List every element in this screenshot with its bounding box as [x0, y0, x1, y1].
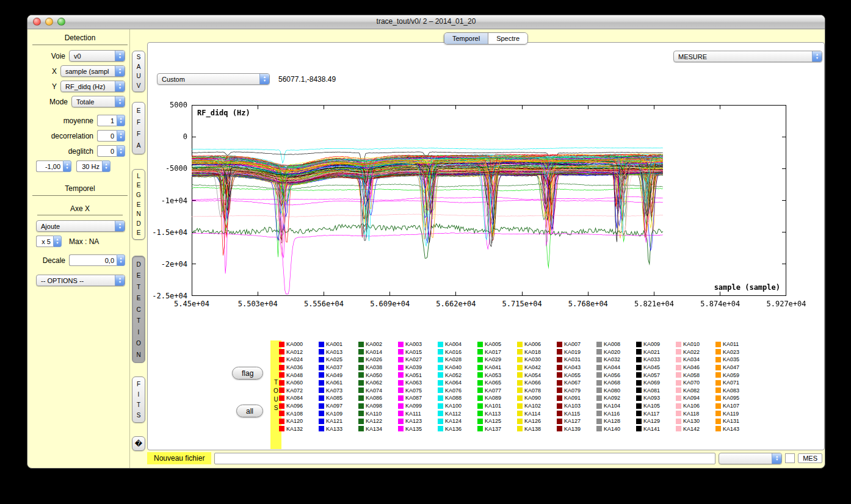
all-button[interactable]: all [236, 405, 263, 417]
legend-item[interactable]: KA057 [636, 371, 676, 379]
legend-item[interactable]: KA036 [279, 364, 319, 372]
legend-item[interactable]: KA139 [557, 425, 596, 433]
legend-item[interactable]: KA060 [279, 379, 319, 387]
legend-item[interactable]: KA040 [438, 364, 477, 372]
legend-item[interactable]: KA077 [477, 387, 517, 395]
legend-item[interactable]: KA121 [319, 417, 358, 425]
legend-item[interactable]: KA101 [477, 402, 517, 410]
legend-item[interactable]: KA053 [477, 371, 517, 379]
legend-item[interactable]: KA023 [715, 348, 755, 356]
zoom-button[interactable] [57, 18, 65, 26]
legend-item[interactable]: KA067 [557, 379, 596, 387]
x5-stepper[interactable]: ▲▼ [53, 236, 62, 247]
legend-item[interactable]: KA050 [358, 371, 398, 379]
help-button[interactable]: � [132, 436, 145, 451]
legend-item[interactable]: KA132 [279, 425, 319, 433]
legend-item[interactable]: KA006 [517, 340, 557, 348]
legend-item[interactable]: KA020 [596, 348, 636, 356]
legend-item[interactable]: KA094 [676, 394, 715, 402]
side-tab-fits[interactable]: FITS [132, 376, 145, 423]
legend-item[interactable]: KA021 [636, 348, 676, 356]
legend-item[interactable]: KA017 [477, 348, 517, 356]
legend-item[interactable]: KA104 [596, 402, 636, 410]
legend-item[interactable]: KA129 [636, 417, 676, 425]
legend-item[interactable]: KA012 [279, 348, 319, 356]
legend-item[interactable]: KA066 [517, 379, 557, 387]
legend-item[interactable]: KA069 [636, 379, 676, 387]
mes-field[interactable] [785, 453, 795, 463]
legend-item[interactable]: KA113 [477, 409, 517, 417]
legend-item[interactable]: KA065 [477, 379, 517, 387]
legend-item[interactable]: KA026 [358, 356, 398, 364]
legend-item[interactable]: KA099 [398, 402, 438, 410]
legend-item[interactable]: KA059 [715, 371, 755, 379]
legend-item[interactable]: KA030 [517, 356, 557, 364]
legend-item[interactable]: KA047 [715, 364, 755, 372]
deglitch-stepper[interactable]: ▲▼ [117, 145, 125, 157]
legend-item[interactable]: KA058 [676, 371, 715, 379]
legend-item[interactable]: KA016 [438, 348, 477, 356]
moyenne-input[interactable]: 1 [97, 115, 117, 126]
legend-item[interactable]: KA032 [596, 356, 636, 364]
legend-item[interactable]: KA070 [676, 379, 715, 387]
legend-item[interactable]: KA127 [557, 417, 596, 425]
voie-select[interactable]: v0 ▲▼ [69, 50, 125, 62]
legend-item[interactable]: KA135 [398, 425, 438, 433]
legend-item[interactable]: KA088 [438, 394, 477, 402]
legend-item[interactable]: KA126 [517, 417, 557, 425]
side-tab-effa[interactable]: EFFA [132, 102, 145, 154]
legend-item[interactable]: KA142 [676, 425, 715, 433]
legend-item[interactable]: KA143 [715, 425, 755, 433]
threshold-stepper[interactable]: ▲▼ [63, 160, 71, 172]
legend-item[interactable]: KA100 [438, 402, 477, 410]
legend-item[interactable]: KA116 [596, 409, 636, 417]
close-button[interactable] [33, 18, 41, 26]
legend-item[interactable]: KA134 [358, 425, 398, 433]
legend-item[interactable]: KA110 [358, 409, 398, 417]
legend-item[interactable]: KA008 [596, 340, 636, 348]
threshold-input[interactable]: -1,00 [36, 160, 63, 172]
legend-item[interactable]: KA027 [398, 356, 438, 364]
legend-item[interactable]: KA112 [438, 409, 477, 417]
side-tab-sauv[interactable]: SAUV [132, 51, 145, 92]
legend-item[interactable]: KA089 [477, 394, 517, 402]
legend-item[interactable]: KA009 [636, 340, 676, 348]
legend-item[interactable]: KA137 [477, 425, 517, 433]
legend-item[interactable]: KA080 [596, 387, 636, 395]
decorrelation-stepper[interactable]: ▲▼ [117, 130, 125, 142]
legend-item[interactable]: KA086 [358, 394, 398, 402]
ajoute-select[interactable]: Ajoute ▲▼ [36, 220, 125, 232]
legend-item[interactable]: KA025 [319, 356, 358, 364]
legend-item[interactable]: KA078 [517, 387, 557, 395]
legend-item[interactable]: KA109 [319, 409, 358, 417]
side-tab-legende[interactable]: LEGENDE [132, 169, 145, 240]
legend-item[interactable]: KA133 [319, 425, 358, 433]
legend-item[interactable]: KA056 [596, 371, 636, 379]
legend-item[interactable]: KA098 [358, 402, 398, 410]
deglitch-input[interactable]: 0 [97, 145, 117, 157]
x5-input[interactable]: x 5 [36, 236, 53, 247]
legend-item[interactable]: KA124 [438, 417, 477, 425]
legend-item[interactable]: KA013 [319, 348, 358, 356]
legend-item[interactable]: KA079 [557, 387, 596, 395]
range-select[interactable]: Custom ▲▼ [157, 73, 270, 85]
legend-item[interactable]: KA019 [557, 348, 596, 356]
freq-input[interactable]: 30 Hz [76, 160, 102, 172]
legend-item[interactable]: KA002 [358, 340, 398, 348]
x-axis-select[interactable]: sample (sampl ▲▼ [60, 65, 125, 77]
legend-item[interactable]: KA074 [358, 387, 398, 395]
legend-item[interactable]: KA048 [279, 371, 319, 379]
legend-item[interactable]: KA037 [319, 364, 358, 372]
legend-item[interactable]: KA117 [636, 409, 676, 417]
legend-item[interactable]: KA095 [715, 394, 755, 402]
legend-item[interactable]: KA018 [517, 348, 557, 356]
legend-item[interactable]: KA045 [636, 364, 676, 372]
legend-item[interactable]: KA131 [715, 417, 755, 425]
legend-item[interactable]: KA141 [636, 425, 676, 433]
legend-item[interactable]: KA090 [517, 394, 557, 402]
legend-item[interactable]: KA028 [438, 356, 477, 364]
legend-item[interactable]: KA093 [636, 394, 676, 402]
legend-item[interactable]: KA122 [358, 417, 398, 425]
legend-item[interactable]: KA014 [358, 348, 398, 356]
legend-item[interactable]: KA051 [398, 371, 438, 379]
